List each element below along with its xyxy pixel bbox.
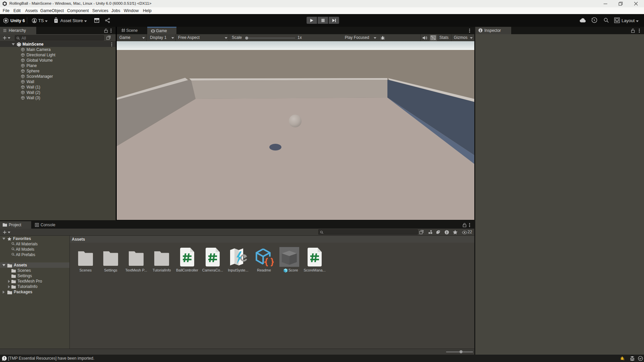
svg-text:!: ! <box>624 358 625 361</box>
